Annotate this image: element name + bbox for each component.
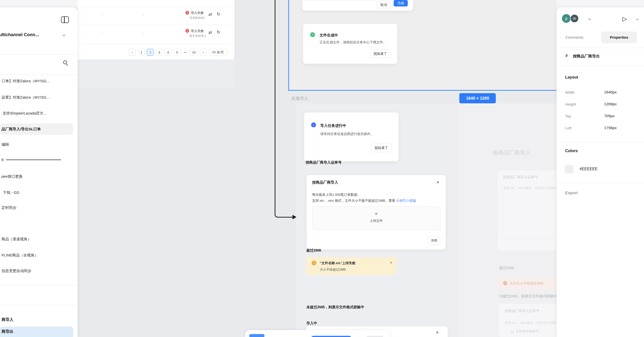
export-dialog-cut: 取消 完成 xyxy=(302,0,413,11)
layer-item-export-highlighted[interactable]: 商导出 xyxy=(0,326,73,337)
close-icon[interactable]: ✕ xyxy=(436,330,439,335)
layout-row-height-value[interactable]: 1269px xyxy=(604,102,617,106)
layers-sidebar: ultichannel Conn... 订单】对接Zalora（MY/SG...… xyxy=(0,8,78,337)
layer-item[interactable]: 支持Shopee/Lazada官方... xyxy=(2,110,73,117)
cell-empty: - xyxy=(101,31,102,35)
layer-item[interactable]: 订单】对接Zalora（MY/SG... xyxy=(2,78,73,84)
page-button-current[interactable]: 2 xyxy=(147,49,154,56)
layer-item-strike[interactable]: 8 xyxy=(2,156,73,163)
error-status-icon: ✕ xyxy=(186,29,189,33)
page-button[interactable]: 5 xyxy=(174,49,180,56)
upload-dropzone[interactable]: + 上传文件 xyxy=(312,206,440,230)
sidebar-divider xyxy=(0,285,78,285)
panel-divider xyxy=(556,141,644,142)
layout-row-left-value[interactable]: 1756px xyxy=(604,126,617,130)
faded-under2mb-label: 未超过2MB，则显示文件格式校验中 xyxy=(499,294,557,298)
page-next-button[interactable]: › xyxy=(200,49,207,56)
play-icon[interactable]: ▷ xyxy=(622,15,627,22)
pagination: ‹ 1 2 3 4 5 ••• 10 › 50 条/页 xyxy=(129,49,228,56)
layer-item[interactable]: 商品（渠道视角） xyxy=(2,236,73,242)
panel-divider xyxy=(556,66,644,67)
layer-item[interactable]: 下线 - GD xyxy=(3,189,73,196)
layout-row-width-value[interactable]: 1640px xyxy=(604,90,617,94)
avatar[interactable]: m xyxy=(570,14,579,23)
swap-icon[interactable]: ⇄ xyxy=(208,30,212,35)
layer-item[interactable]: 设置】对接Zalora（MY/SG... xyxy=(2,94,73,101)
layer-item-label: 商导出 xyxy=(2,329,14,334)
page-size-select[interactable]: 50 条/页 xyxy=(209,49,228,56)
confirm-button[interactable]: 完成 xyxy=(394,0,408,6)
primary-pill-button[interactable] xyxy=(311,336,352,337)
refresh-icon[interactable]: ↻ xyxy=(217,30,220,35)
chevron-down-icon[interactable] xyxy=(636,17,638,20)
cell-empty: - xyxy=(142,31,144,35)
frame-icon: # xyxy=(566,54,568,58)
layer-item-import[interactable]: 商导入 xyxy=(2,316,73,323)
close-icon[interactable]: ✕ xyxy=(436,180,440,184)
chevron-down-icon[interactable] xyxy=(588,17,591,20)
top-strip-right xyxy=(556,0,644,8)
sidebar-toggle-icon[interactable] xyxy=(61,16,69,23)
search-icon[interactable] xyxy=(63,60,69,66)
page-button[interactable]: 1 xyxy=(138,49,145,56)
page-button[interactable]: 3 xyxy=(156,49,162,56)
layer-item-selected[interactable]: 品厂商导入/导出SL订单 xyxy=(0,124,73,135)
template-link[interactable]: 示例导入模版 xyxy=(396,199,416,202)
task-running-toast: i 导入任务进行中 请等待任务结束后再进行相关操作。 我知道了 xyxy=(304,112,398,161)
table-frame: - - ✕ 导入失败 无关联的SK ⇄ ↻ - - ✕ 导入失败 暂不支持导入 … xyxy=(78,0,234,60)
layer-item[interactable]: PLINE商品（全视角） xyxy=(2,252,73,259)
layout-heading: Layout xyxy=(565,75,578,80)
color-swatch[interactable] xyxy=(565,165,573,173)
dialog-body-line1: 每次最多上传1,000笔订单数据。 xyxy=(312,192,361,197)
page-button[interactable]: 4 xyxy=(164,49,172,56)
faded-over2mb-label: 超过2MB xyxy=(499,266,514,270)
frame-label[interactable]: 批量导入 xyxy=(292,96,308,101)
refresh-icon[interactable]: ↻ xyxy=(217,12,220,17)
page-button[interactable]: 10 xyxy=(190,49,198,56)
faded-support-text: 支持.xls，.xlsx 格式，文件大小不能不 xyxy=(503,186,557,190)
chevron-down-icon[interactable] xyxy=(62,33,65,36)
blue-chip[interactable] xyxy=(249,334,264,337)
layout-row-top-value[interactable]: 705px xyxy=(604,114,614,118)
acknowledge-button[interactable]: 我知道了 xyxy=(371,144,392,152)
layout-row-height-label: Height xyxy=(565,102,576,106)
layer-item[interactable]: 定时同步 xyxy=(2,204,73,211)
selected-frame-title: 按商品厂商导出 xyxy=(573,54,600,59)
file-title[interactable]: ultichannel Conn... xyxy=(0,32,61,38)
page-prev-button[interactable]: ‹ xyxy=(129,49,136,56)
spinner-icon xyxy=(511,330,514,333)
faded-error-text: 文件大小不得超过2MB xyxy=(510,281,543,286)
status-text: 导入失败 xyxy=(191,29,204,33)
faded-support-text: 支持.xls，.xlsx 格式，文件大小不能不 xyxy=(505,321,559,325)
colors-heading: Colors xyxy=(565,149,578,153)
tab-properties[interactable]: Properties xyxy=(601,32,637,43)
close-icon[interactable]: ✕ xyxy=(390,261,392,264)
section-label-under2mb: 未超过2MB，则显示文件格式校验中 xyxy=(306,305,364,310)
toast-title: 文件生成中 xyxy=(320,33,338,38)
tab-comments[interactable]: Comments xyxy=(566,35,584,40)
layer-item[interactable]: 编辑 xyxy=(2,141,73,148)
export-heading[interactable]: Export xyxy=(565,191,578,195)
acknowledge-button[interactable]: 我知道了 xyxy=(370,50,390,58)
page-ellipsis[interactable]: ••• xyxy=(182,51,188,54)
flow-arrow-line xyxy=(275,0,294,218)
import-dialog: 按商品厂商导入 ✕ 每次最多上传1,000笔订单数据。 支持.xls，.xlsx… xyxy=(307,175,446,250)
faded-waybill-label: 按商品厂商导入运单号 xyxy=(505,309,540,313)
error-status-icon: ✕ xyxy=(186,11,189,14)
secondary-pill-button[interactable] xyxy=(366,336,384,337)
color-value[interactable]: #EEEEEE xyxy=(580,167,598,171)
cancel-button[interactable]: 取消 xyxy=(376,2,391,8)
layer-item[interactable]: 信息变更自动同步 xyxy=(2,267,73,274)
dialog-title: 按商品厂商导入 xyxy=(312,180,338,185)
avatar[interactable]: p xyxy=(562,14,571,23)
layer-item[interactable]: pee接口更换 xyxy=(2,173,73,180)
panel-divider xyxy=(358,330,358,337)
close-button[interactable]: 关闭 xyxy=(428,237,440,244)
sidebar-divider xyxy=(0,54,78,54)
toast-body: 大小不得超过2MB xyxy=(320,267,346,272)
swap-icon[interactable]: ⇄ xyxy=(208,12,212,17)
dialog-body-line2: 支持.xls，.xlsx 格式，文件大小不能不能超过2MB。查看 示例导入模版 xyxy=(312,198,416,203)
section-label-importing: 导入中 xyxy=(306,321,317,326)
cell-empty: - xyxy=(142,13,144,17)
bottom-dialog-cut xyxy=(245,330,390,337)
